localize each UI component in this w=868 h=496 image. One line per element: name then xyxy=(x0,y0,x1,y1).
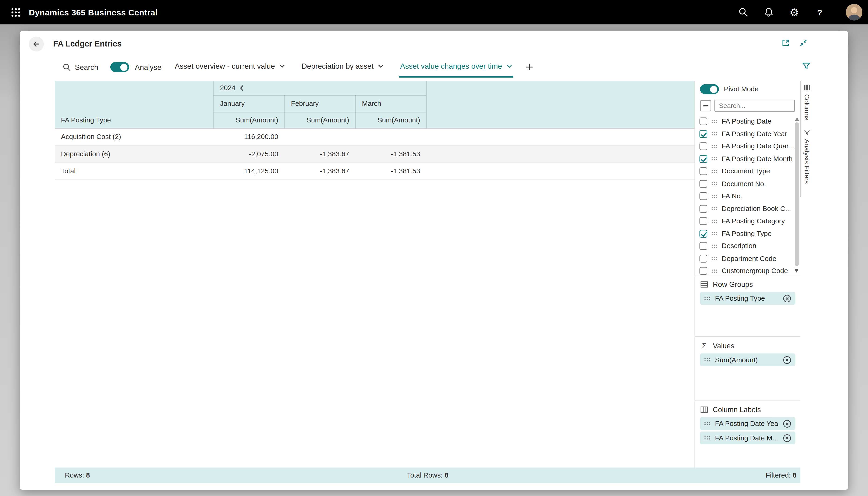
back-button[interactable] xyxy=(29,36,44,51)
help-button[interactable]: ? xyxy=(814,6,826,18)
remove-icon xyxy=(783,419,792,428)
field-checkbox[interactable] xyxy=(699,155,707,162)
remove-chip-button[interactable] xyxy=(783,294,792,303)
remove-chip-button[interactable] xyxy=(783,433,792,442)
drag-handle-icon[interactable] xyxy=(704,435,711,440)
pivot-chip[interactable]: Sum(Amount) xyxy=(700,354,795,366)
field-checkbox[interactable] xyxy=(699,255,707,262)
values-header: Σ Values xyxy=(700,340,795,352)
drag-handle-icon[interactable] xyxy=(711,131,718,137)
field-checkbox[interactable] xyxy=(699,130,707,138)
field-list-scrollbar[interactable] xyxy=(794,115,799,275)
field-checkbox[interactable] xyxy=(699,242,707,250)
field-checkbox[interactable] xyxy=(699,230,707,237)
field-list-item[interactable]: Document Type xyxy=(695,165,794,177)
pivot-chip[interactable]: FA Posting Date Year xyxy=(700,417,795,430)
scroll-up-icon[interactable] xyxy=(795,115,799,121)
year-group-header[interactable]: 2024 xyxy=(213,81,426,95)
month-header-cell[interactable]: January xyxy=(213,95,284,112)
drag-handle-icon[interactable] xyxy=(711,169,718,174)
field-label: FA Posting Type xyxy=(722,230,772,237)
tab-analysis-filters[interactable]: Analysis Filters xyxy=(803,129,810,184)
drag-handle-icon[interactable] xyxy=(711,256,718,261)
table-row[interactable]: Depreciation (6) -2,075.00 -1,383.67 -1,… xyxy=(55,146,695,163)
open-in-new-window-button[interactable] xyxy=(781,38,790,49)
value-header-cell[interactable]: Sum(Amount) xyxy=(355,112,426,128)
waffle-icon xyxy=(11,7,20,17)
field-checkbox[interactable] xyxy=(699,118,707,125)
collapse-group-chevron-icon[interactable] xyxy=(239,85,244,91)
month-header-cell[interactable]: February xyxy=(284,95,355,112)
drag-handle-icon[interactable] xyxy=(704,296,711,301)
field-list-item[interactable]: Customergroup Code xyxy=(695,265,794,275)
settings-button[interactable]: ⚙ xyxy=(788,6,801,18)
chip-label: FA Posting Date M... xyxy=(715,434,778,442)
row-groups-icon xyxy=(700,280,709,289)
drag-handle-icon[interactable] xyxy=(711,156,718,161)
row-header-cell[interactable]: FA Posting Type xyxy=(55,112,213,128)
field-checkbox[interactable] xyxy=(699,168,707,175)
collapse-window-button[interactable] xyxy=(799,38,808,49)
value-header-cell[interactable]: Sum(Amount) xyxy=(213,112,284,128)
collapse-icon xyxy=(799,38,808,48)
table-row[interactable]: Total 114,125.00 -1,383.67 -1,381.53 xyxy=(55,163,695,180)
field-list-item[interactable]: Description xyxy=(695,240,794,252)
search-button[interactable] xyxy=(737,6,749,18)
remove-chip-button[interactable] xyxy=(783,419,792,428)
drag-handle-icon[interactable] xyxy=(711,231,718,236)
field-checkbox[interactable] xyxy=(699,180,707,188)
table-row[interactable]: Acquisition Cost (2) 116,200.00 xyxy=(55,128,695,146)
analysis-tab[interactable]: Asset overview - current value xyxy=(174,57,286,78)
scroll-down-icon[interactable] xyxy=(794,269,799,275)
drag-handle-icon[interactable] xyxy=(704,357,711,362)
remove-chip-button[interactable] xyxy=(783,355,792,364)
field-checkbox[interactable] xyxy=(699,192,707,200)
field-search-input[interactable] xyxy=(714,100,795,112)
drag-handle-icon[interactable] xyxy=(711,181,718,186)
collapse-all-button[interactable] xyxy=(700,100,711,111)
field-list-item[interactable]: FA Posting Date Year xyxy=(695,128,794,140)
field-list-item[interactable]: Document No. xyxy=(695,177,794,190)
drag-handle-icon[interactable] xyxy=(711,194,718,199)
field-checkbox[interactable] xyxy=(699,217,707,225)
drag-handle-icon[interactable] xyxy=(704,421,711,426)
field-list-item[interactable]: FA No. xyxy=(695,190,794,202)
field-list-item[interactable]: Department Code xyxy=(695,252,794,265)
pivot-mode-toggle[interactable] xyxy=(700,84,719,94)
notifications-button[interactable] xyxy=(763,6,775,18)
drag-handle-icon[interactable] xyxy=(711,119,718,124)
pivot-chip[interactable]: FA Posting Date M... xyxy=(700,432,795,444)
field-label: Depreciation Book C... xyxy=(722,205,791,213)
avatar[interactable] xyxy=(846,4,863,20)
drag-handle-icon[interactable] xyxy=(711,268,718,273)
field-checkbox[interactable] xyxy=(699,142,707,150)
field-list-item[interactable]: Depreciation Book C... xyxy=(695,203,794,215)
tab-columns[interactable]: Columns xyxy=(803,84,810,120)
pivot-chip[interactable]: FA Posting Type xyxy=(700,292,795,305)
scrollbar-thumb[interactable] xyxy=(795,122,799,266)
analyse-label: Analyse xyxy=(135,63,162,71)
filter-button[interactable] xyxy=(801,62,811,72)
field-list-item[interactable]: FA Posting Type xyxy=(695,227,794,240)
add-analysis-tab-button[interactable] xyxy=(525,57,533,78)
field-list-item[interactable]: FA Posting Category xyxy=(695,215,794,227)
drag-handle-icon[interactable] xyxy=(711,144,718,149)
grid-search-button[interactable]: Search xyxy=(63,57,98,78)
drag-handle-icon[interactable] xyxy=(711,206,718,211)
app-launcher-icon[interactable] xyxy=(5,2,26,22)
field-list-item[interactable]: FA Posting Date Month xyxy=(695,153,794,165)
field-list-item[interactable]: FA Posting Date Quar... xyxy=(695,140,794,153)
field-list-item[interactable]: FA Posting Date xyxy=(695,115,794,127)
analyse-toggle[interactable] xyxy=(110,62,129,72)
analysis-tab[interactable]: Depreciation by asset xyxy=(300,57,384,78)
field-checkbox[interactable] xyxy=(699,205,707,213)
field-label: FA Posting Date Quar... xyxy=(722,142,794,150)
drag-handle-icon[interactable] xyxy=(711,244,718,249)
field-label: FA No. xyxy=(722,192,743,200)
value-header-cell[interactable]: Sum(Amount) xyxy=(284,112,355,128)
analysis-tab[interactable]: Asset value changes over time xyxy=(399,57,513,78)
field-checkbox[interactable] xyxy=(699,267,707,275)
chevron-down-icon xyxy=(279,64,285,68)
drag-handle-icon[interactable] xyxy=(711,219,718,223)
month-header-cell[interactable]: March xyxy=(355,95,426,112)
